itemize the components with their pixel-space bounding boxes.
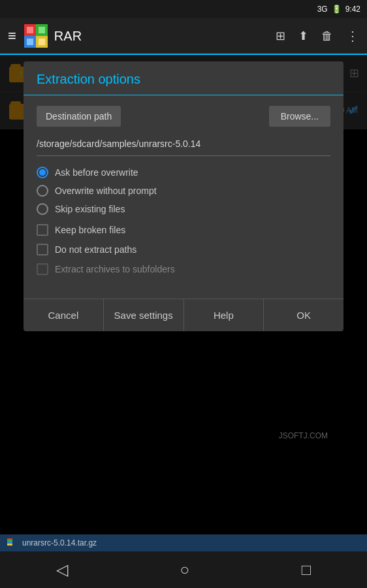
checkbox-group: Keep broken files Do not extract paths E…	[37, 224, 330, 275]
help-button[interactable]: Help	[184, 299, 264, 331]
svg-rect-4	[27, 27, 33, 33]
cancel-button[interactable]: Cancel	[24, 299, 104, 331]
radio-skip[interactable]: Skip existing files	[37, 203, 330, 215]
delete-icon[interactable]: 🗑	[321, 29, 333, 43]
signal-indicator: 3G	[317, 5, 328, 14]
destination-path-value: /storage/sdcard/samples/unrarsrc-5.0.14	[37, 135, 330, 156]
upload-icon[interactable]: ⬆	[298, 29, 308, 43]
radio-skip-label: Skip existing files	[55, 204, 125, 214]
destination-path-row: Destination path Browse...	[37, 106, 330, 127]
file-status-icon	[7, 538, 17, 548]
save-settings-button[interactable]: Save settings	[104, 299, 184, 331]
radio-overwrite-circle[interactable]	[37, 185, 48, 197]
extraction-options-dialog: Extraction options Destination path Brow…	[24, 61, 343, 331]
bottom-filename: unrarsrc-5.0.14.tar.gz	[22, 538, 97, 547]
nav-bar: ◁ ○ □	[0, 551, 367, 588]
dialog-title-bar: Extraction options	[24, 61, 343, 95]
svg-rect-11	[7, 544, 12, 546]
checkbox-keep-broken-label: Keep broken files	[55, 225, 125, 235]
dialog-content: Destination path Browse... /storage/sdca…	[24, 95, 343, 293]
svg-rect-6	[27, 39, 33, 45]
radio-ask-circle[interactable]	[37, 167, 48, 178]
radio-ask[interactable]: Ask before overwrite	[37, 167, 330, 178]
toolbar: ≡ RAR ⊞ ⬆ 🗑 ⋮	[0, 18, 367, 55]
checkbox-no-extract-paths-label: Do not extract paths	[55, 244, 136, 255]
checkbox-no-extract-paths-box[interactable]	[37, 244, 48, 255]
svg-rect-9	[7, 540, 12, 542]
checkbox-keep-broken-box[interactable]	[37, 224, 48, 236]
battery-indicator: 🔋	[332, 5, 342, 14]
dialog-buttons: Cancel Save settings Help OK	[24, 299, 343, 331]
radio-skip-circle[interactable]	[37, 203, 48, 215]
svg-rect-5	[39, 27, 45, 33]
toolbar-actions: ⊞ ⬆ 🗑 ⋮	[276, 28, 359, 44]
destination-path-label: Destination path	[37, 106, 121, 127]
browse-button[interactable]: Browse...	[269, 106, 330, 127]
dialog-title: Extraction options	[37, 72, 140, 86]
svg-rect-7	[39, 39, 45, 45]
checkbox-no-extract-paths[interactable]: Do not extract paths	[37, 244, 330, 255]
radio-overwrite[interactable]: Overwrite without prompt	[37, 185, 330, 197]
sort-icon[interactable]: ⊞	[276, 29, 285, 43]
overwrite-radio-group: Ask before overwrite Overwrite without p…	[37, 167, 330, 215]
checkbox-keep-broken[interactable]: Keep broken files	[37, 224, 330, 236]
status-bar: 3G 🔋 9:42	[0, 0, 367, 18]
checkbox-extract-subfolders-box[interactable]	[37, 263, 48, 275]
checkbox-extract-subfolders[interactable]: Extract archives to subfolders	[37, 263, 330, 275]
menu-icon[interactable]: ≡	[8, 27, 16, 44]
dialog-overlay: Extraction options Destination path Brow…	[0, 55, 367, 551]
bottom-status-bar: unrarsrc-5.0.14.tar.gz	[0, 534, 367, 551]
radio-overwrite-label: Overwrite without prompt	[55, 186, 157, 196]
back-button[interactable]: ◁	[40, 555, 84, 584]
checkbox-extract-subfolders-label: Extract archives to subfolders	[55, 264, 175, 274]
radio-ask-label: Ask before overwrite	[55, 167, 138, 178]
home-button[interactable]: ○	[164, 555, 205, 584]
app-logo	[24, 24, 48, 48]
time-display: 9:42	[345, 5, 360, 14]
recents-button[interactable]: □	[286, 555, 327, 584]
svg-rect-10	[7, 542, 12, 544]
ok-button[interactable]: OK	[264, 299, 343, 331]
app-title: RAR	[54, 29, 276, 44]
more-icon[interactable]: ⋮	[346, 28, 359, 44]
